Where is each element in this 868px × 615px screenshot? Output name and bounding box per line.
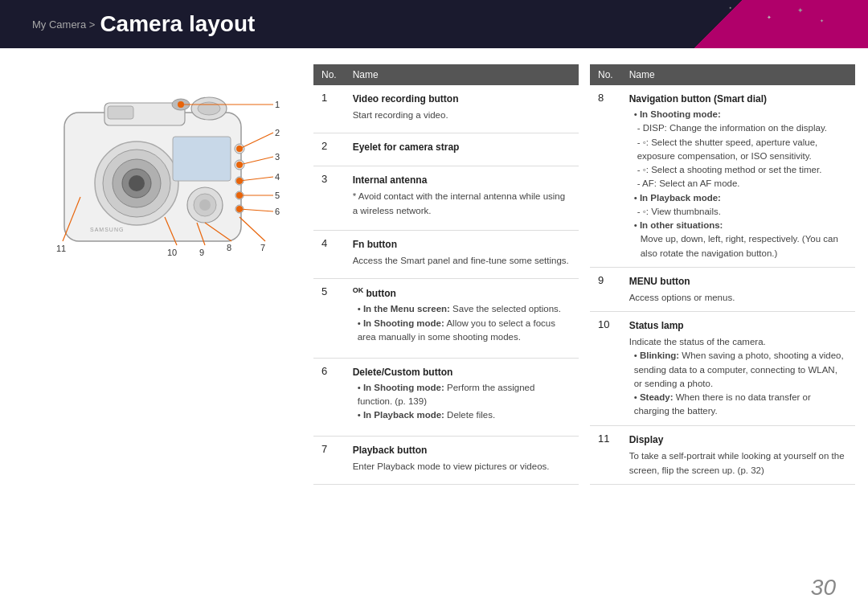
- svg-text:9: 9: [199, 248, 204, 257]
- row-title: Fn button: [353, 237, 571, 252]
- row-number: 6: [313, 358, 345, 436]
- svg-text:8: 8: [227, 243, 231, 252]
- svg-point-43: [236, 146, 243, 152]
- row-body: Indicate the status of the camera.: [629, 337, 766, 346]
- svg-rect-11: [173, 137, 231, 181]
- row-number: 7: [313, 436, 345, 484]
- right-info-table: No. Name 8Navigation button (Smart dial)…: [590, 64, 855, 485]
- left-col-no: No.: [313, 64, 345, 85]
- row-title: Playback button: [353, 443, 571, 457]
- page-number: 30: [811, 575, 836, 601]
- svg-point-48: [178, 101, 184, 108]
- row-title: Display: [629, 433, 847, 447]
- svg-text:3: 3: [275, 152, 280, 162]
- row-title: Internal antenna: [353, 173, 571, 187]
- svg-point-47: [236, 206, 243, 212]
- tables-area: No. Name 1Video recording buttonStart re…: [313, 64, 855, 485]
- page-header: ✦ ✦ ✦ ● My Camera > Camera layout: [0, 0, 868, 48]
- row-description: OK button• In the Menu screen: Save the …: [345, 279, 579, 358]
- svg-point-45: [236, 178, 243, 184]
- section-item: - AF: Select an AF mode.: [637, 177, 847, 191]
- bullet-item: • In Shooting mode: Perform the assigned…: [358, 381, 571, 409]
- left-info-table: No. Name 1Video recording buttonStart re…: [313, 64, 579, 485]
- row-title: Status lamp: [629, 318, 847, 333]
- row-description: Eyelet for camera strap: [345, 133, 579, 166]
- page-title: Camera layout: [100, 11, 255, 37]
- row-number: 4: [313, 231, 345, 279]
- svg-text:4: 4: [275, 172, 280, 182]
- section-label: • In other situations:: [634, 219, 847, 232]
- right-col-name: Name: [621, 64, 855, 85]
- table-row: 6Delete/Custom button• In Shooting mode:…: [313, 358, 579, 436]
- svg-point-44: [236, 162, 243, 168]
- row-body: To take a self-portrait while looking at…: [629, 451, 845, 475]
- svg-text:11: 11: [56, 244, 66, 253]
- row-number: 3: [313, 166, 345, 230]
- row-description: Fn buttonAccess the Smart panel and fine…: [345, 231, 579, 279]
- table-row: 7Playback buttonEnter Playback mode to v…: [313, 436, 579, 484]
- row-title: Navigation button (Smart dial): [629, 92, 847, 106]
- svg-text:2: 2: [275, 128, 280, 137]
- svg-line-22: [240, 133, 273, 149]
- svg-text:SAMSUNG: SAMSUNG: [90, 227, 124, 232]
- svg-rect-2: [108, 106, 133, 119]
- row-title: Video recording button: [353, 92, 571, 106]
- table-row: 4Fn buttonAccess the Smart panel and fin…: [313, 231, 579, 279]
- breadcrumb: My Camera >: [32, 18, 95, 31]
- section-label: • In Playback mode:: [634, 191, 847, 205]
- row-title: Eyelet for camera strap: [353, 140, 571, 154]
- row-number: 11: [590, 425, 621, 485]
- section-label: • In Shooting mode:: [634, 108, 847, 121]
- table-row: 3Internal antenna* Avoid contact with th…: [313, 166, 579, 230]
- row-title: OK button: [353, 285, 571, 301]
- camera-diagram: 1 2 3 4 5 6 7 8 9: [24, 64, 297, 485]
- row-body: Access the Smart panel and fine-tune som…: [353, 256, 569, 265]
- svg-text:10: 10: [167, 248, 177, 257]
- bullet-item: • Steady: When there is no data transfer…: [634, 391, 847, 419]
- section-item: - DISP: Change the information on the di…: [637, 121, 847, 135]
- table-row: 1Video recording buttonStart recording a…: [313, 85, 579, 133]
- svg-point-10: [129, 175, 145, 191]
- row-description: Video recording buttonStart recording a …: [345, 85, 579, 133]
- table-row: 11DisplayTo take a self-portrait while l…: [590, 425, 855, 485]
- svg-point-4: [198, 102, 220, 115]
- svg-line-32: [240, 217, 265, 241]
- row-body: Access options or menus.: [629, 293, 735, 302]
- row-number: 10: [590, 312, 621, 426]
- row-number: 5: [313, 279, 345, 358]
- svg-line-30: [240, 209, 273, 211]
- star-deco-2: ✦: [767, 14, 772, 21]
- table-row: 2Eyelet for camera strap: [313, 133, 579, 166]
- section-item: - ◦: Select a shooting method or set the…: [637, 163, 847, 177]
- row-description: Playback buttonEnter Playback mode to vi…: [345, 436, 579, 484]
- row-description: Status lampIndicate the status of the ca…: [621, 312, 855, 426]
- svg-line-26: [240, 177, 273, 181]
- row-body: Start recording a video.: [353, 110, 448, 120]
- svg-text:5: 5: [275, 191, 280, 200]
- table-row: 10Status lampIndicate the status of the …: [590, 312, 855, 426]
- table-row: 9MENU buttonAccess options or menus.: [590, 267, 855, 311]
- star-deco-3: ✦: [820, 18, 824, 23]
- svg-point-46: [236, 192, 243, 199]
- star-deco-4: ●: [729, 5, 731, 10]
- svg-text:6: 6: [275, 207, 280, 216]
- svg-text:1: 1: [275, 100, 280, 109]
- header-decoration: [627, 0, 868, 48]
- table-row: 5OK button• In the Menu screen: Save the…: [313, 279, 579, 358]
- row-body: * Avoid contact with the internal antenn…: [353, 191, 565, 215]
- left-col-name: Name: [345, 64, 579, 85]
- row-description: MENU buttonAccess options or menus.: [621, 267, 855, 311]
- bullet-item: • In Shooting mode: Allow you to select …: [358, 317, 571, 345]
- table-gap: [579, 64, 590, 485]
- row-number: 2: [313, 133, 345, 166]
- row-description: Internal antenna* Avoid contact with the…: [345, 166, 579, 230]
- camera-svg: 1 2 3 4 5 6 7 8 9: [40, 72, 281, 281]
- star-deco-1: ✦: [797, 6, 804, 14]
- bullet-item: • In the Menu screen: Save the selected …: [358, 302, 571, 316]
- bullet-item: • In Playback mode: Delete files.: [358, 408, 571, 422]
- row-title: Delete/Custom button: [353, 365, 571, 379]
- section-body: Move up, down, left, right, respectively…: [641, 232, 847, 260]
- row-title: MENU button: [629, 274, 847, 289]
- row-number: 9: [590, 267, 621, 311]
- main-content: 1 2 3 4 5 6 7 8 9: [0, 48, 868, 501]
